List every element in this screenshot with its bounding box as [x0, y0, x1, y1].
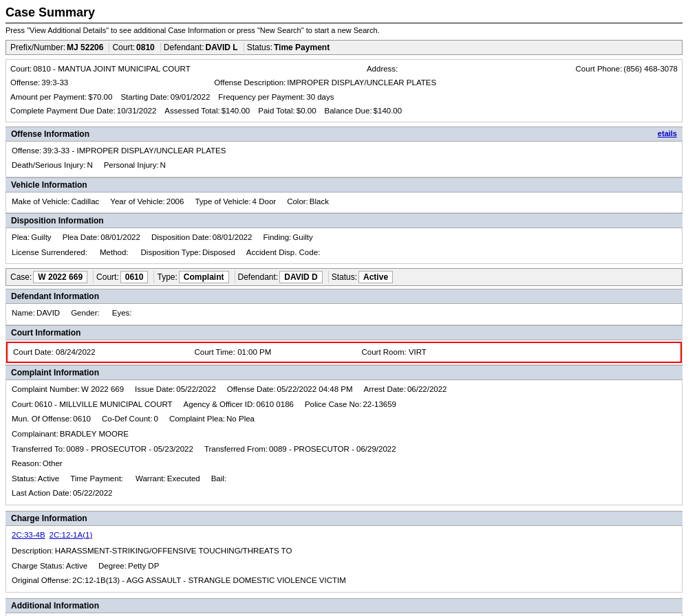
- ci-due-label: Complete Payment Due Date:: [10, 104, 116, 117]
- ci-lastaction-label: Last Action Date:: [12, 487, 72, 500]
- ci-offense-desc-label: Offense Description:: [214, 76, 286, 89]
- vi-type-label: Type of Vehicle:: [195, 195, 250, 209]
- additional-header: Additional Information: [6, 598, 682, 613]
- ci-cplea-label: Complaint Plea:: [169, 412, 225, 426]
- ch-desc-value: HARASSMENT-STRIKING/OFFENSIVE TOUCHING/T…: [55, 544, 292, 558]
- ci-complainant-label: Complainant:: [12, 428, 58, 441]
- vehicle-content: Make of Vehicle: Cadillac Year of Vehicl…: [6, 192, 682, 214]
- cb2-case-field: Case: W 2022 669: [10, 271, 94, 283]
- ci-trans-from-value: 0089 - PROSECUTOR - 06/29/2022: [269, 443, 396, 456]
- vi-type-value: 4 Door: [252, 195, 277, 209]
- oi-offense-label: Offense:: [12, 144, 41, 158]
- ci-complainant-value: BRADLEY MOORE: [60, 428, 129, 441]
- di-type-value: Disposed: [202, 246, 235, 260]
- oi-death-label: Death/Serious Injury:: [12, 159, 85, 173]
- disposition-content: Plea: Guilty Plea Date: 08/01/2022 Dispo…: [6, 228, 682, 264]
- vehicle-section: Vehicle Information Make of Vehicle: Cad…: [6, 177, 682, 214]
- charge-content: 2C:33-4B 2C:12-1A(1) Description: HARASS…: [6, 526, 682, 593]
- def-gender-label: Gender:: [71, 307, 100, 320]
- prefix-value: MJ 52206: [67, 43, 103, 52]
- ch-status-label: Charge Status:: [12, 560, 65, 573]
- ci-mun-label: Mun. Of Offense:: [12, 412, 72, 426]
- ci-bail-label: Bail:: [211, 472, 226, 486]
- def-eyes-label: Eyes:: [112, 307, 132, 320]
- cb2-defendant-value: DAVID D: [279, 271, 322, 283]
- ci-mun-value: 0610: [73, 412, 91, 426]
- defendant-value: DAVID L: [206, 43, 238, 52]
- vehicle-header-label: Vehicle Information: [11, 180, 87, 190]
- court-label: Court:: [112, 43, 135, 52]
- complaint-header-label: Complaint Information: [11, 368, 99, 377]
- oi-personal-value: N: [160, 159, 166, 173]
- ch-orig-label: Original Offense:: [12, 574, 71, 588]
- court-time-value: 01:00 PM: [237, 348, 271, 356]
- ci-issue-value: 05/22/2022: [176, 383, 216, 397]
- cb2-status-field: Status: Active: [332, 271, 398, 283]
- ci-phone-label: Court Phone:: [576, 63, 623, 75]
- ci-police-value: 22-13659: [363, 398, 396, 412]
- court-header-label: Court Information: [11, 328, 80, 338]
- ci-lastaction-value: 05/22/2022: [73, 487, 113, 500]
- ci-warrant-value: Executed: [167, 472, 200, 486]
- charge-link-1[interactable]: 2C:33-4B: [12, 529, 45, 542]
- charge-link-2[interactable]: 2C:12-1A(1): [50, 529, 93, 542]
- ci-codef-label: Co-Def Count:: [102, 412, 153, 426]
- cb2-defendant-field: Defendant: DAVID D: [238, 271, 329, 283]
- ci-codef-value: 0: [153, 412, 158, 426]
- ci-amount-label: Amount per Payment:: [10, 91, 87, 103]
- ch-degree-label: Degree:: [98, 560, 127, 573]
- offense-header: Offense Information etails: [6, 126, 682, 142]
- cb2-court-label: Court:: [96, 272, 119, 282]
- ci-police-label: Police Case No:: [305, 398, 361, 412]
- di-plea-date-label: Plea Date:: [63, 231, 100, 245]
- court-room-label: Court Room:: [361, 348, 406, 356]
- page-title: Case Summary: [6, 6, 682, 23]
- additional-header-label: Additional Information: [11, 601, 99, 610]
- offense-section: Offense Information etails Offense: 39:3…: [6, 126, 682, 177]
- additional-content: [6, 613, 682, 616]
- ci-paid-value: $0.00: [297, 104, 316, 117]
- disposition-header: Disposition Information: [6, 213, 682, 228]
- ci-reason-label: Reason:: [12, 457, 41, 471]
- complaint-section: Complaint Information Complaint Number: …: [6, 365, 682, 505]
- offense-content: Offense: 39:3-33 - IMPROPER DISPLAY/UNCL…: [6, 142, 682, 177]
- di-finding-value: Guilty: [292, 231, 312, 245]
- vi-year-value: 2006: [166, 195, 184, 209]
- di-license-label: License Surrendered:: [12, 246, 87, 260]
- ci-reason-value: Other: [43, 457, 63, 471]
- page-subtitle: Press "View Additional Details" to see a…: [6, 26, 682, 34]
- di-type-label: Disposition Type:: [141, 246, 201, 260]
- ch-degree-value: Petty DP: [128, 560, 159, 573]
- defendant-header-label: Defendant Information: [11, 292, 99, 301]
- cb2-defendant-label: Defendant:: [238, 272, 279, 282]
- ci-offense-desc-value: IMPROPER DISPLAY/UNCLEAR PLATES: [287, 76, 436, 89]
- oi-personal-label: Personal Injury:: [104, 159, 159, 173]
- ci-phone-value: (856) 468-3078: [623, 63, 678, 75]
- ci-warrant-label: Warrant:: [136, 472, 166, 486]
- vi-color-label: Color:: [287, 195, 308, 209]
- di-plea-date-value: 08/01/2022: [100, 231, 140, 245]
- court-header: Court Information: [6, 325, 682, 340]
- ci-assessed-label: Assessed Total:: [164, 104, 219, 117]
- oi-offense-value: 39:3-33 - IMPROPER DISPLAY/UNCLEAR PLATE…: [43, 144, 226, 158]
- ci-tp-label: Time Payment:: [70, 472, 123, 486]
- court-date-value: 08/24/2022: [56, 348, 96, 356]
- cb2-court-field: Court: 0610: [96, 271, 154, 283]
- ch-status-value: Active: [66, 560, 87, 573]
- ci-arrest-label: Arrest Date:: [364, 383, 406, 397]
- ci-address-label: Address:: [367, 63, 398, 75]
- ci-agency-label: Agency & Officer ID:: [184, 398, 255, 412]
- di-method-label: Method:: [100, 246, 129, 260]
- offense-detail-link[interactable]: etails: [658, 129, 677, 138]
- summary-bar: Prefix/Number: MJ 52206 Court: 0810 Defe…: [6, 40, 682, 55]
- ci-freq-value: 30 days: [306, 91, 334, 103]
- ci-status-label: Status:: [12, 472, 36, 486]
- di-disp-date-value: 08/01/2022: [213, 231, 252, 245]
- ci-agency-value: 0610 0186: [257, 398, 294, 412]
- ci-balance-label: Balance Due:: [325, 104, 372, 117]
- defendant-section: Defendant Information Name: DAVID Gender…: [6, 289, 682, 325]
- cb2-case-label: Case:: [10, 272, 32, 282]
- court-section: Court Information Court Date: 08/24/2022…: [6, 325, 682, 366]
- ci-trans-from-label: Transferred From:: [204, 443, 268, 456]
- court-field: Court: 0810: [112, 43, 160, 52]
